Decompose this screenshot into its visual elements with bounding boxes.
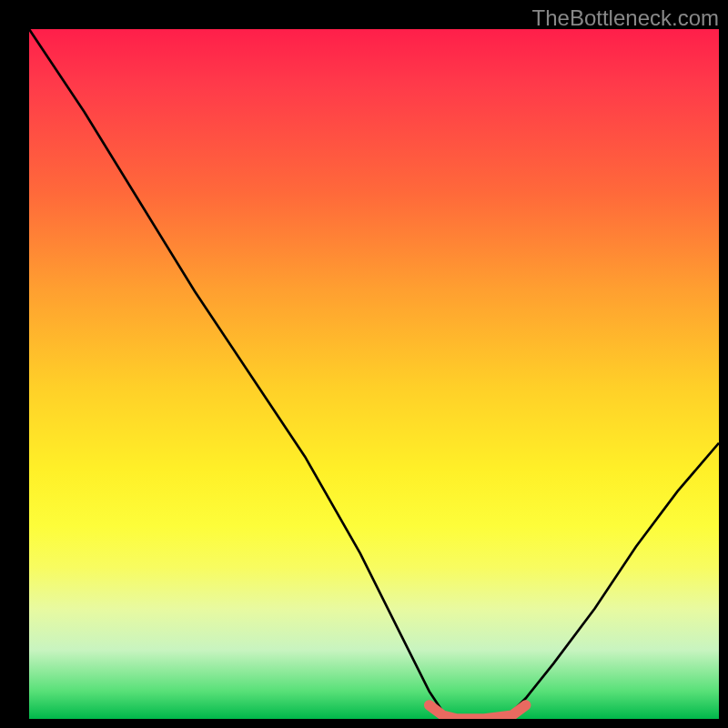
- bottleneck-curve-path: [29, 29, 719, 719]
- plot-area: [29, 29, 719, 719]
- watermark-label: TheBottleneck.com: [532, 5, 719, 31]
- chart-svg: [29, 29, 719, 719]
- highlighted-minimum-path: [430, 705, 526, 719]
